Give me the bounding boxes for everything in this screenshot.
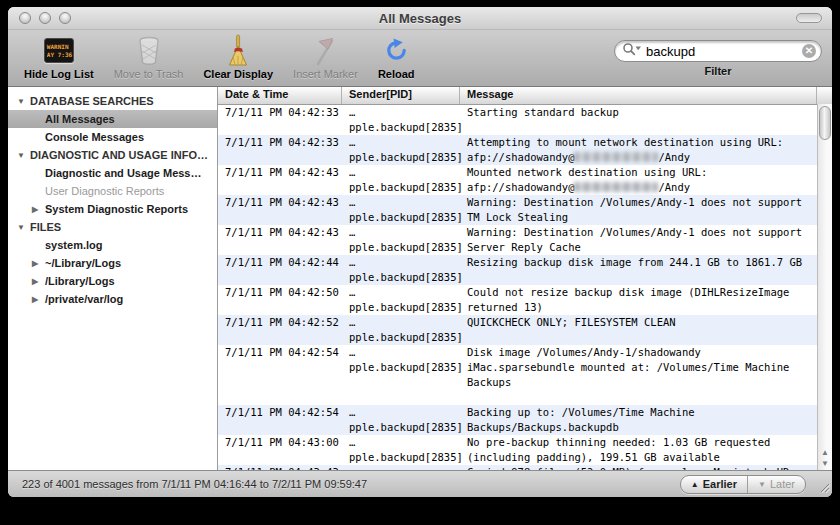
cell-message: Starting standard backup [460,105,817,135]
cell-message: QUICKCHECK ONLY; FILESYSTEM CLEAN [460,315,817,345]
down-triangle-icon: ▼ [758,480,766,489]
cell-date: 7/1/11 PM 04:42:50 [218,285,342,315]
sidebar-item-user-diagnostic-reports[interactable]: User Diagnostic Reports [8,182,217,200]
close-button[interactable] [19,12,31,24]
cell-message: Resizing backup disk image from 244.1 GB… [460,255,817,285]
sidebar-item-all-messages[interactable]: All Messages [8,110,217,128]
hide-log-list-button[interactable]: WARNINAY 7:36Hide Log List [24,34,94,80]
header-scroll-corner [817,87,832,104]
toolbar-buttons: WARNINAY 7:36Hide Log ListMove to TrashC… [24,34,435,80]
clear-icon[interactable]: ✕ [802,44,816,58]
cell-sender: …pple.backupd[2835] [342,225,460,255]
log-row[interactable]: 7/1/11 PM 04:43:00…pple.backupd[2835]No … [218,435,817,465]
cell-message: Backing up to: /Volumes/Time Machine Bac… [460,405,817,435]
filter-label: Filter [705,65,732,77]
cell-sender: …pple.backupd[2835] [342,255,460,285]
disclosure-right-icon[interactable]: ▶ [32,205,45,214]
content-area: ▼DATABASE SEARCHESAll MessagesConsole Me… [8,87,832,470]
scroll-down-icon[interactable]: ▼ [818,458,832,469]
sidebar-item-label: system.log [45,239,102,251]
later-button-label: Later [770,478,795,490]
cell-date: 7/1/11 PM 04:42:54 [218,405,342,435]
log-row[interactable]: 7/1/11 PM 04:42:54…pple.backupd[2835]Bac… [218,405,817,435]
scroll-up-icon[interactable]: ▲ [818,447,832,458]
cell-sender: …pple.backupd[2835] [342,105,460,135]
log-row[interactable]: 7/1/11 PM 04:42:52…pple.backupd[2835]QUI… [218,315,817,345]
log-row[interactable]: 7/1/11 PM 04:42:43…pple.backupd[2835]War… [218,195,817,225]
later-button[interactable]: ▼ Later [747,476,805,493]
log-row[interactable]: 7/1/11 PM 04:42:43…pple.backupd[2835]War… [218,225,817,255]
redacted-ip [574,182,658,192]
cell-date: 7/1/11 PM 04:42:43 [218,225,342,255]
cell-sender: …pple.backupd[2835] [342,435,460,465]
title-bar: All Messages [8,7,832,30]
disclosure-right-icon[interactable]: ▶ [32,295,45,304]
clear-display-label: Clear Display [203,68,273,80]
disclosure-down-icon[interactable]: ▼ [17,151,30,160]
zoom-button[interactable] [59,12,71,24]
cell-sender: …pple.backupd[2835] [342,315,460,345]
sidebar-item-library-logs[interactable]: ▶/Library/Logs [8,272,217,290]
log-row[interactable]: 7/1/11 PM 04:42:33…pple.backupd[2835]Att… [218,135,817,165]
log-row[interactable]: 7/1/11 PM 04:42:54…pple.backupd[2835]Dis… [218,345,817,405]
log-list-icon: WARNINAY 7:36 [44,34,74,67]
log-row[interactable]: 7/1/11 PM 04:42:44…pple.backupd[2835]Res… [218,255,817,285]
sidebar-section-header[interactable]: ▼DIAGNOSTIC AND USAGE INFO… [8,146,217,164]
move-to-trash-button: Move to Trash [114,34,184,80]
earlier-button-label: Earlier [703,478,737,490]
log-row[interactable]: 7/1/11 PM 04:42:33…pple.backupd[2835]Sta… [218,105,817,135]
sidebar-section-label: DATABASE SEARCHES [30,95,154,107]
search-icon [622,42,642,60]
resize-grip[interactable] [819,482,830,495]
scrollbar-thumb[interactable] [819,106,831,140]
log-row[interactable]: 7/1/11 PM 04:42:43…pple.backupd[2835]Mou… [218,165,817,195]
cell-date: 7/1/11 PM 04:42:52 [218,315,342,345]
move-to-trash-label: Move to Trash [114,68,184,80]
cell-sender: …pple.backupd[2835] [342,165,460,195]
disclosure-down-icon[interactable]: ▼ [17,223,30,232]
sidebar-item-system-diagnostic-reports[interactable]: ▶System Diagnostic Reports [8,200,217,218]
toolbar-toggle-button[interactable] [796,13,822,23]
insert-marker-label: Insert Marker [293,68,358,80]
sidebar-section-label: DIAGNOSTIC AND USAGE INFO… [30,149,208,161]
minimize-button[interactable] [39,12,51,24]
toolbar: WARNINAY 7:36Hide Log ListMove to TrashC… [8,30,832,87]
broom-icon [226,34,250,67]
log-row[interactable]: 7/1/11 PM 04:42:50…pple.backupd[2835]Cou… [218,285,817,315]
sidebar-item-console-messages[interactable]: Console Messages [8,128,217,146]
message-table: Date & Time Sender[PID] Message 7/1/11 P… [218,87,832,470]
disclosure-down-icon[interactable]: ▼ [17,97,30,106]
cell-date: 7/1/11 PM 04:43:00 [218,435,342,465]
cell-sender: …pple.backupd[2835] [342,195,460,225]
cell-date: 7/1/11 PM 04:42:54 [218,345,342,390]
sidebar-section-header[interactable]: ▼DATABASE SEARCHES [8,92,217,110]
sidebar-section-label: FILES [30,221,61,233]
insert-marker-button: Insert Marker [293,34,358,80]
sidebar-item-diagnostic-and-usage-mess[interactable]: Diagnostic and Usage Mess… [8,164,217,182]
sidebar-item-system-log[interactable]: system.log [8,236,217,254]
disclosure-right-icon[interactable]: ▶ [32,277,45,286]
sidebar-section-header[interactable]: ▼FILES [8,218,217,236]
cell-date: 7/1/11 PM 04:42:44 [218,255,342,285]
reload-icon [384,34,409,67]
flag-icon [311,34,339,67]
message-count-status: 223 of 4001 messages from 7/1/11 PM 04:1… [22,478,367,490]
cell-sender: …pple.backupd[2835] [342,285,460,315]
cell-date: 7/1/11 PM 04:42:43 [218,195,342,225]
column-header-message[interactable]: Message [460,87,817,104]
window-controls [19,12,71,24]
sidebar-item-private-var-log[interactable]: ▶/private/var/log [8,290,217,308]
column-header-sender[interactable]: Sender[PID] [342,87,460,104]
sidebar-item-label: User Diagnostic Reports [45,185,164,197]
clear-display-button[interactable]: Clear Display [203,34,273,80]
cell-sender: …pple.backupd[2835] [342,135,460,165]
reload-button[interactable]: Reload [378,34,415,80]
earlier-button[interactable]: ▲ Earlier [681,476,747,493]
log-list-sidebar: ▼DATABASE SEARCHESAll MessagesConsole Me… [8,87,218,470]
search-input[interactable]: backupd ✕ [614,40,822,62]
disclosure-right-icon[interactable]: ▶ [32,259,45,268]
sidebar-item-label: Diagnostic and Usage Mess… [45,167,202,179]
column-header-date[interactable]: Date & Time [218,87,342,104]
vertical-scrollbar[interactable]: ▲ ▼ [817,104,832,470]
sidebar-item-library-logs[interactable]: ▶~/Library/Logs [8,254,217,272]
